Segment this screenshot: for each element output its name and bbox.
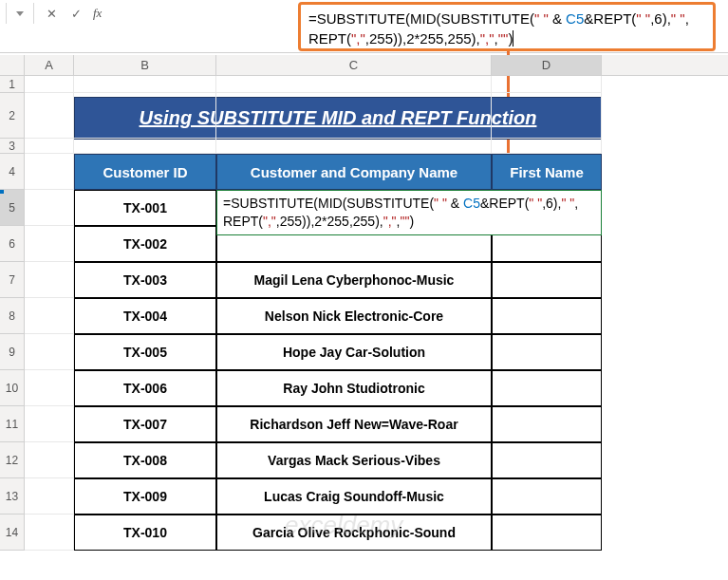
cell-A11[interactable] [25,406,74,442]
row-header[interactable]: 13 [0,478,25,515]
row-8: 8TX-004Nelson Nick Electronic-Core [0,298,728,334]
cell-A10[interactable] [25,370,74,406]
fx-icon[interactable]: fx [93,6,102,21]
cell-A1[interactable] [25,76,74,93]
cell-D4[interactable]: First Name [492,154,602,190]
cell-D12[interactable] [492,442,602,478]
cell-B14[interactable]: TX-010 [74,515,216,551]
row-header[interactable]: 6 [0,226,25,262]
row-header[interactable]: 14 [0,515,25,551]
row-header[interactable]: 8 [0,298,25,334]
row-1: 1 [0,76,728,93]
cell-D13[interactable] [492,478,602,515]
cell-D2[interactable] [492,93,602,139]
cell-D10[interactable] [492,370,602,406]
cell-B8[interactable]: TX-004 [74,298,216,334]
cell-C9[interactable]: Hope Jay Car-Solution [216,334,492,370]
cell-C10[interactable]: Ray John Studiotronic [216,370,492,406]
cell-A12[interactable] [25,442,74,478]
cell-D3[interactable] [492,139,602,154]
cell-A3[interactable] [25,139,74,154]
cell-B7[interactable]: TX-003 [74,262,216,298]
row-7: 7TX-003Magil Lena Cyberphonoc-Music [0,262,728,298]
cell-B6[interactable]: TX-002 [74,226,216,262]
row-9: 9TX-005Hope Jay Car-Solution [0,334,728,370]
cell-A5[interactable] [25,190,74,226]
row-header[interactable]: 12 [0,442,25,478]
row-4: 4Customer IDCustomer and Company NameFir… [0,154,728,190]
cell-B10[interactable]: TX-006 [74,370,216,406]
cell-C1[interactable] [216,76,492,93]
enter-icon[interactable]: ✓ [68,6,84,21]
cell-A4[interactable] [25,154,74,190]
row-header[interactable]: 1 [0,76,25,93]
cell-A14[interactable] [25,515,74,551]
cell-B2[interactable] [74,93,216,139]
cell-C3[interactable] [216,139,492,154]
row-12: 12TX-008Vargas Mack Serious-Vibes [0,442,728,478]
row-11: 11TX-007Richardson Jeff New=Wave-Roar [0,406,728,442]
cancel-icon[interactable]: ✕ [44,6,59,21]
row-header[interactable]: 2 [0,93,25,139]
cell-A9[interactable] [25,334,74,370]
row-header[interactable]: 7 [0,262,25,298]
cell-B5[interactable]: TX-001 [74,190,216,226]
cell-C12[interactable]: Vargas Mack Serious-Vibes [216,442,492,478]
cell-B9[interactable]: TX-005 [74,334,216,370]
cell-A13[interactable] [25,478,74,515]
row-header[interactable]: 11 [0,406,25,442]
cell-B12[interactable]: TX-008 [74,442,216,478]
cell-C8[interactable]: Nelson Nick Electronic-Core [216,298,492,334]
col-header-b[interactable]: B [74,55,216,75]
cell-B3[interactable] [74,139,216,154]
cell-C2[interactable] [216,93,492,139]
cell-C14[interactable]: Garcia Olive Rockphonic-Sound [216,515,492,551]
row-5: 5TX-001=SUBSTITUTE(MID(SUBSTITUTE(" " & … [0,190,728,226]
cell-C7[interactable]: Magil Lena Cyberphonoc-Music [216,262,492,298]
cell-A6[interactable] [25,226,74,262]
cell-B11[interactable]: TX-007 [74,406,216,442]
spreadsheet-grid: A B C D Using SUBSTITUTE MID and REPT Fu… [0,55,728,580]
cell-C4[interactable]: Customer and Company Name [216,154,492,190]
cell-A8[interactable] [25,298,74,334]
cell-C13[interactable]: Lucas Craig Soundoff-Music [216,478,492,515]
cell-D9[interactable] [492,334,602,370]
cell-editor[interactable]: =SUBSTITUTE(MID(SUBSTITUTE(" " & C5&REPT… [216,190,602,235]
cell-D11[interactable] [492,406,602,442]
cell-B1[interactable] [74,76,216,93]
row-10: 10TX-006Ray John Studiotronic [0,370,728,406]
cell-A7[interactable] [25,262,74,298]
cell-D14[interactable] [492,515,602,551]
row-header[interactable]: 10 [0,370,25,406]
col-header-c[interactable]: C [216,55,492,75]
cell-D7[interactable] [492,262,602,298]
col-header-a[interactable]: A [25,55,74,75]
row-header[interactable]: 4 [0,154,25,190]
formula-input[interactable]: =SUBSTITUTE(MID(SUBSTITUTE(" " & C5&REPT… [298,2,716,51]
cell-A2[interactable] [25,93,74,139]
cell-D1[interactable] [492,76,602,93]
row-header[interactable]: 3 [0,139,25,154]
row-3: 3 [0,139,728,154]
row-header[interactable]: 5 [0,190,25,226]
formula-bar: ✕ ✓ fx =SUBSTITUTE(MID(SUBSTITUTE(" " & … [0,0,728,53]
cell-B13[interactable]: TX-009 [74,478,216,515]
cell-D8[interactable] [492,298,602,334]
column-headers: A B C D [0,55,728,76]
cell-B4[interactable]: Customer ID [74,154,216,190]
row-14: 14TX-010Garcia Olive Rockphonic-Sound [0,515,728,551]
row-2: 2 [0,93,728,139]
row-13: 13TX-009Lucas Craig Soundoff-Music [0,478,728,515]
row-header[interactable]: 9 [0,334,25,370]
col-header-d[interactable]: D [492,55,602,75]
cell-C11[interactable]: Richardson Jeff New=Wave-Roar [216,406,492,442]
